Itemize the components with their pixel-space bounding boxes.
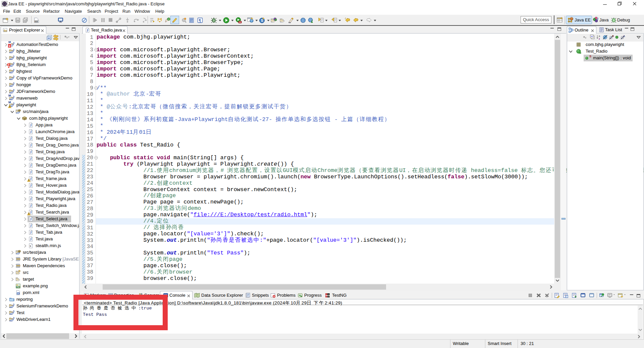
svg-text:a: a (599, 35, 600, 37)
svg-text:S: S (261, 18, 263, 22)
svg-text:010: 010 (35, 20, 38, 23)
svg-text:C: C (168, 18, 170, 20)
svg-text:¶: ¶ (199, 18, 201, 23)
svg-text:J: J (597, 17, 599, 20)
svg-text:G: G (328, 294, 330, 297)
svg-text:z: z (599, 38, 600, 40)
